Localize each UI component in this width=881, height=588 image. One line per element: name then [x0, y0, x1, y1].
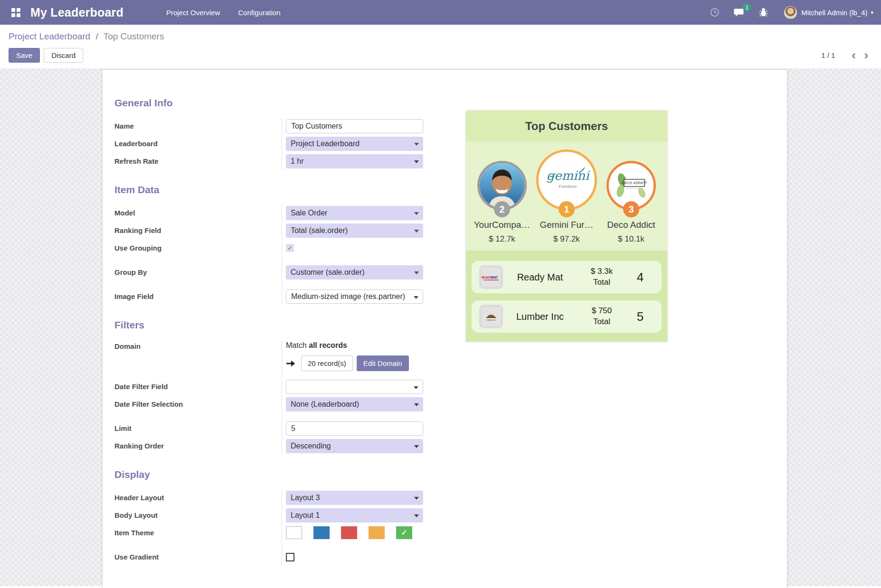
section-title-display: Display: [114, 469, 461, 480]
model-label: Model: [114, 209, 282, 217]
record-count-button[interactable]: 20 record(s): [301, 355, 353, 371]
check-icon: ✓: [401, 528, 407, 537]
podium-amount-3: $ 10.1k: [618, 234, 644, 244]
save-button[interactable]: Save: [9, 48, 40, 63]
header-layout-select[interactable]: Layout 3: [286, 491, 423, 505]
theme-swatch-green[interactable]: ✓: [396, 526, 412, 539]
svg-text:DECO ADDICT: DECO ADDICT: [622, 181, 647, 185]
ranking-order-select[interactable]: Descending: [286, 439, 423, 453]
list-row-amount-value: $ 3.3k: [577, 266, 626, 277]
group-by-select[interactable]: Customer (sale.order): [286, 265, 423, 280]
activity-clock-icon[interactable]: [710, 8, 720, 17]
refresh-rate-label: Refresh Rate: [114, 157, 282, 165]
preview-podium-area: 2 YourCompa… $ 12.7k gemini Furniture: [466, 142, 667, 251]
name-label: Name: [114, 122, 282, 130]
group-by-value: Customer (sale.order): [291, 268, 365, 277]
messages-icon[interactable]: 1: [734, 8, 745, 17]
refresh-rate-select[interactable]: 1 hr: [286, 154, 423, 168]
menu-project-overview[interactable]: Project Overview: [166, 9, 220, 17]
app-title: My Leaderboard: [30, 6, 123, 19]
ranking-field-select[interactable]: Total (sale.order): [286, 224, 423, 238]
chevron-down-icon: [414, 160, 419, 163]
preview-header: Top Customers: [466, 111, 667, 142]
apps-grid-icon[interactable]: [8, 4, 24, 20]
form-column: General Info Name Leaderboard Project Le…: [114, 97, 461, 566]
name-input[interactable]: [286, 119, 423, 133]
section-item-data: Item Data Model Sale Order Ranking Field: [114, 184, 461, 305]
podium-name-3: Deco Addict: [607, 220, 655, 230]
menu-configuration[interactable]: Configuration: [238, 9, 280, 17]
section-title-filters: Filters: [114, 319, 461, 331]
top-navbar: My Leaderboard Project Overview Configur…: [0, 0, 881, 25]
body-layout-label: Body Layout: [114, 511, 282, 519]
field-row-domain: Domain Match all records 20 record(s) Ed…: [114, 339, 461, 378]
use-grouping-checkbox[interactable]: ✓: [286, 244, 294, 252]
breadcrumb-separator: /: [95, 31, 98, 41]
preview-title: Top Customers: [525, 120, 608, 133]
theme-swatch-red[interactable]: [341, 526, 357, 539]
date-filter-selection-select[interactable]: None (Leaderboard): [286, 397, 423, 411]
svg-text:MAT: MAT: [491, 276, 498, 279]
header-layout-value: Layout 3: [291, 494, 320, 502]
list-row-rank: 4: [626, 270, 654, 285]
list-row-name: Lumber Inc: [503, 311, 577, 322]
theme-swatch-white[interactable]: [286, 526, 302, 539]
rank-badge-1: 1: [559, 201, 575, 217]
rank-badge-3: 3: [623, 201, 639, 217]
theme-swatch-row: ✓: [286, 526, 461, 539]
ranking-field-value: Total (sale.order): [291, 226, 348, 235]
chevron-down-icon: [414, 514, 419, 517]
field-row-use-gradient: Use Gradient: [114, 548, 461, 566]
field-row-date-filter-field: Date Filter Field: [114, 378, 461, 395]
ranking-field-label: Ranking Field: [114, 226, 282, 234]
body-layout-select[interactable]: Layout 1: [286, 508, 423, 523]
content-background: General Info Name Leaderboard Project Le…: [0, 68, 881, 586]
limit-input[interactable]: [286, 421, 423, 436]
pager-previous-icon[interactable]: ‹: [847, 49, 860, 61]
message-count-badge: 1: [743, 3, 751, 11]
chevron-down-icon: [414, 497, 419, 500]
field-row-model: Model Sale Order: [114, 204, 461, 222]
pager-count: 1 / 1: [821, 51, 835, 59]
list-row-amount-value: $ 750: [577, 306, 626, 317]
user-menu[interactable]: Mitchell Admin (lb_4) ▾: [784, 6, 873, 19]
breadcrumb-parent-link[interactable]: Project Leaderboard: [9, 31, 90, 41]
leaderboard-select[interactable]: Project Leaderboard: [286, 137, 423, 151]
list-row-amount: $ 750 Total: [577, 306, 626, 327]
pager-next-icon[interactable]: ›: [860, 49, 872, 61]
svg-text:Furniture: Furniture: [559, 184, 577, 189]
edit-domain-button[interactable]: Edit Domain: [357, 355, 409, 371]
field-row-ranking-order: Ranking Order Descending: [114, 437, 461, 455]
chevron-down-icon: [414, 212, 419, 215]
podium-rank-2: 2 YourCompa… $ 12.7k: [470, 161, 534, 244]
logo-lumber-inc: LUMBER INC: [479, 305, 503, 328]
use-gradient-checkbox[interactable]: [286, 553, 294, 561]
chevron-down-icon: [414, 296, 418, 299]
domain-match-prefix: Match: [286, 341, 309, 349]
list-row-rank: 5: [626, 309, 654, 324]
theme-swatch-orange[interactable]: [369, 526, 385, 539]
image-field-combo[interactable]: Medium-sized image (res.partner): [286, 289, 423, 304]
date-filter-field-combo[interactable]: [286, 380, 423, 394]
theme-swatch-blue[interactable]: [313, 526, 330, 539]
leaderboard-value: Project Leaderboard: [291, 140, 360, 148]
chevron-down-icon: [414, 445, 419, 448]
discard-button[interactable]: Discard: [44, 48, 83, 63]
field-row-name: Name: [114, 117, 461, 135]
field-row-leaderboard: Leaderboard Project Leaderboard: [114, 135, 461, 152]
form-sheet: General Info Name Leaderboard Project Le…: [102, 69, 787, 588]
section-general-info: General Info Name Leaderboard Project Le…: [114, 97, 461, 170]
refresh-rate-value: 1 hr: [291, 157, 304, 166]
user-name: Mitchell Admin (lb_4): [801, 9, 867, 17]
field-row-ranking-field: Ranking Field Total (sale.order): [114, 222, 461, 239]
podium-name-1: Gemini Fur…: [540, 220, 593, 230]
leaderboard-label: Leaderboard: [114, 140, 282, 148]
section-title-item-data: Item Data: [114, 184, 461, 196]
svg-text:LUMBER INC: LUMBER INC: [486, 319, 497, 321]
debug-bug-icon[interactable]: [759, 8, 768, 17]
item-theme-label: Item Theme: [114, 529, 282, 537]
domain-match-line: Match all records: [286, 341, 461, 350]
model-select[interactable]: Sale Order: [286, 206, 423, 220]
group-by-label: Group By: [114, 268, 282, 276]
list-row-ready-mat: READY MAT Ready Mat $ 3.3k Total 4: [472, 261, 662, 293]
